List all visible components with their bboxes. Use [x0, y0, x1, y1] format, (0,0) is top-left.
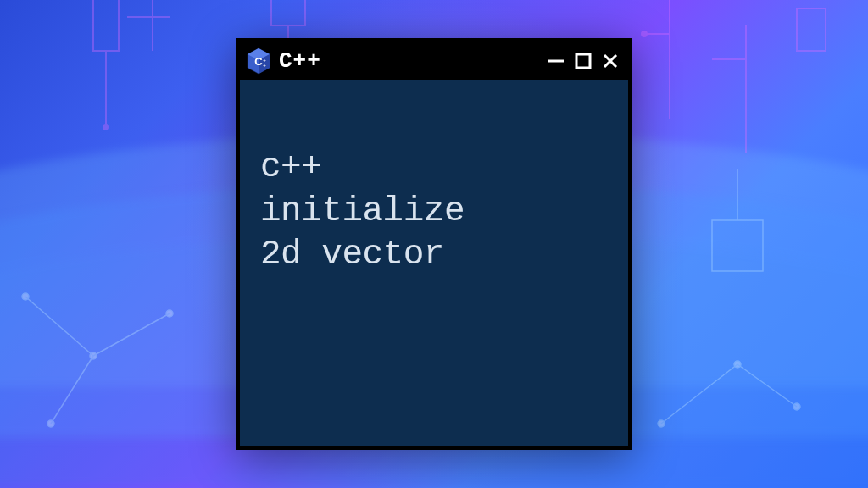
svg-line-16	[25, 297, 93, 356]
window-body: c++ initialize 2d vector	[240, 80, 628, 298]
svg-rect-5	[271, 0, 305, 25]
body-text: c++ initialize 2d vector	[260, 147, 465, 274]
svg-point-15	[166, 310, 173, 317]
close-button[interactable]	[601, 52, 620, 70]
svg-point-22	[658, 420, 665, 427]
svg-point-14	[90, 352, 97, 359]
svg-rect-0	[93, 0, 119, 51]
svg-line-19	[51, 356, 93, 424]
svg-text:C: C	[254, 55, 263, 68]
svg-line-17	[93, 313, 170, 356]
app-window: C + + C++	[236, 38, 632, 450]
svg-point-13	[22, 293, 29, 300]
window-title: C++	[279, 48, 321, 74]
svg-line-23	[661, 364, 737, 424]
svg-point-18	[47, 420, 54, 427]
minimize-button[interactable]	[547, 52, 565, 70]
svg-rect-25	[712, 220, 763, 271]
svg-point-9	[642, 31, 647, 36]
svg-line-24	[737, 364, 797, 407]
maximize-button[interactable]	[574, 52, 593, 70]
svg-text:+: +	[263, 63, 266, 68]
titlebar[interactable]: C + + C++	[240, 42, 628, 80]
svg-rect-12	[797, 8, 826, 51]
svg-point-21	[793, 403, 800, 410]
svg-point-2	[103, 125, 108, 130]
cpp-logo-icon: C + +	[247, 47, 270, 75]
svg-point-20	[734, 361, 741, 368]
svg-rect-34	[576, 54, 590, 68]
window-controls	[547, 52, 620, 70]
